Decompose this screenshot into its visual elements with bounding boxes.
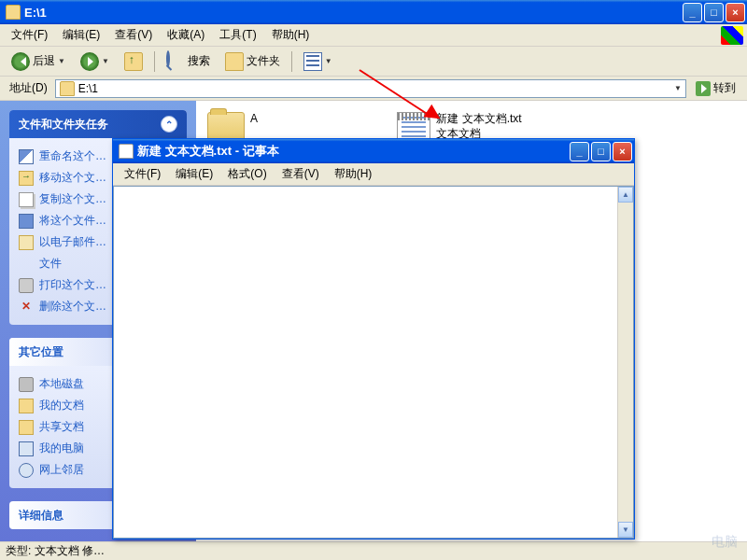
- folder-icon: [6, 5, 21, 20]
- disk-icon: [19, 377, 34, 392]
- notepad-window: 新建 文本文档.txt - 记事本 _ □ × 文件(F) 编辑(E) 格式(O…: [112, 138, 635, 539]
- go-icon: [696, 81, 711, 96]
- chevron-down-icon: ▼: [58, 57, 65, 65]
- publish-icon: [19, 214, 34, 229]
- views-icon: [303, 52, 322, 71]
- details-title: 详细信息: [19, 508, 63, 524]
- chevron-down-icon: ▼: [325, 57, 332, 65]
- close-button[interactable]: ×: [613, 142, 632, 161]
- folder-icon: [60, 81, 75, 96]
- windows-flag-icon: [721, 26, 743, 45]
- email-icon: [19, 235, 34, 250]
- menu-help[interactable]: 帮助(H): [327, 163, 380, 185]
- explorer-title: E:\1: [24, 6, 683, 20]
- delete-icon: ✕: [19, 300, 34, 315]
- status-bar: 类型: 文本文档 修…: [0, 541, 747, 560]
- tasks-header[interactable]: 文件和文件夹任务 ⌃: [9, 110, 187, 138]
- scrollbar[interactable]: ▲ ▼: [617, 187, 633, 538]
- window-controls: _ □ ×: [683, 3, 745, 22]
- address-value: E:\1: [78, 82, 98, 95]
- explorer-toolbar: 后退 ▼ ▼ 搜索 文件夹 ▼: [0, 47, 747, 77]
- folders-button[interactable]: 文件夹: [219, 49, 286, 74]
- computer-icon: [19, 441, 34, 456]
- menu-file[interactable]: 文件(F): [117, 163, 168, 185]
- menu-favorites[interactable]: 收藏(A): [160, 24, 212, 46]
- folders-label: 文件夹: [247, 53, 280, 69]
- menu-edit[interactable]: 编辑(E): [55, 24, 107, 46]
- minimize-button[interactable]: _: [683, 3, 702, 22]
- search-icon: [166, 50, 170, 67]
- maximize-button[interactable]: □: [704, 3, 724, 22]
- status-text: 类型: 文本文档 修…: [6, 543, 105, 559]
- collapse-icon[interactable]: ⌃: [161, 116, 177, 133]
- explorer-titlebar[interactable]: E:\1 _ □ ×: [0, 0, 747, 24]
- places-title: 其它位置: [19, 344, 63, 360]
- menu-edit[interactable]: 编辑(E): [168, 163, 220, 185]
- close-button[interactable]: ×: [726, 3, 745, 22]
- print-icon: [19, 278, 34, 293]
- address-input[interactable]: E:\1 ▼: [55, 79, 686, 98]
- search-label: 搜索: [188, 53, 210, 69]
- notepad-titlebar[interactable]: 新建 文本文档.txt - 记事本 _ □ ×: [113, 139, 634, 163]
- menu-view[interactable]: 查看(V): [275, 163, 327, 185]
- explorer-menubar: 文件(F) 编辑(E) 查看(V) 收藏(A) 工具(T) 帮助(H): [0, 24, 747, 47]
- menu-format[interactable]: 格式(O): [220, 163, 274, 185]
- tasks-title: 文件和文件夹任务: [19, 117, 108, 133]
- up-button[interactable]: [119, 49, 148, 74]
- forward-button[interactable]: ▼: [75, 49, 115, 74]
- rename-icon: [19, 149, 34, 164]
- notepad-title: 新建 文本文档.txt - 记事本: [137, 143, 570, 160]
- shared-folder-icon: [19, 420, 34, 435]
- go-label: 转到: [713, 80, 736, 96]
- menu-file[interactable]: 文件(F): [4, 24, 55, 46]
- menu-help[interactable]: 帮助(H): [264, 24, 317, 46]
- separator: [154, 51, 155, 72]
- back-icon: [11, 52, 30, 71]
- move-icon: [19, 171, 34, 186]
- views-button[interactable]: ▼: [298, 49, 338, 74]
- documents-icon: [19, 399, 34, 413]
- minimize-button[interactable]: _: [570, 142, 589, 161]
- folder-label: A: [250, 112, 258, 127]
- notepad-textarea[interactable]: ▲ ▼: [113, 186, 634, 539]
- folders-icon: [225, 52, 244, 71]
- corner-watermark: 电脑: [712, 534, 738, 551]
- maximize-button[interactable]: □: [591, 142, 611, 161]
- chevron-down-icon: ▼: [102, 57, 109, 65]
- chevron-down-icon[interactable]: ▼: [674, 84, 682, 92]
- scroll-down-button[interactable]: ▼: [618, 522, 633, 538]
- go-button[interactable]: 转到: [690, 78, 741, 98]
- notepad-icon: [119, 144, 134, 159]
- copy-icon: [19, 192, 34, 207]
- scroll-up-button[interactable]: ▲: [618, 187, 633, 203]
- back-label: 后退: [33, 53, 55, 69]
- back-button[interactable]: 后退 ▼: [6, 49, 71, 74]
- up-folder-icon: [124, 52, 143, 71]
- search-button[interactable]: 搜索: [161, 49, 216, 74]
- notepad-menubar: 文件(F) 编辑(E) 格式(O) 查看(V) 帮助(H): [113, 163, 634, 186]
- address-label: 地址(D): [6, 80, 51, 96]
- forward-icon: [80, 52, 99, 71]
- menu-tools[interactable]: 工具(T): [212, 24, 263, 46]
- window-controls: _ □ ×: [570, 142, 632, 161]
- network-icon: [19, 463, 34, 478]
- separator: [291, 51, 292, 72]
- blank-icon: [19, 257, 34, 272]
- menu-view[interactable]: 查看(V): [107, 24, 160, 46]
